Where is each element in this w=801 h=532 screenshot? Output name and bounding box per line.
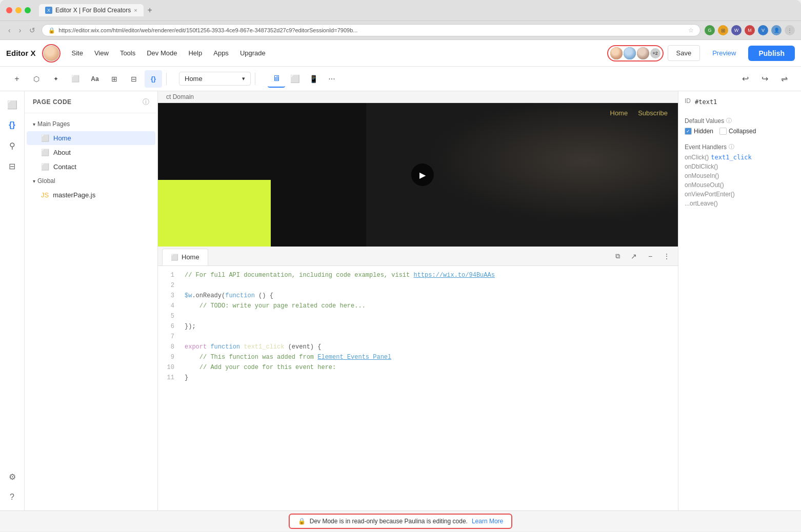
canvas-top-bar: ct Domain [158, 91, 678, 103]
file-tree-title: PAGE CODE [33, 98, 72, 106]
js-icon-masterpage: JS [41, 191, 49, 199]
file-label-contact: Contact [53, 163, 76, 171]
save-button[interactable]: Save [668, 45, 700, 61]
undo-button[interactable]: ↩ [736, 70, 754, 88]
sidebar-pages-button[interactable]: ⬜ [3, 95, 22, 114]
menu-tools[interactable]: Tools [115, 46, 141, 60]
menu-site[interactable]: Site [67, 46, 88, 60]
file-item-masterpage[interactable]: JS masterPage.js [27, 188, 155, 202]
file-item-about[interactable]: ⬜ About [27, 146, 155, 159]
code-text[interactable]: // For full API documentation, including… [178, 270, 678, 506]
minimize-button[interactable] [15, 7, 22, 13]
layers-icon: ⬡ [33, 75, 39, 83]
collaborators-group[interactable]: +2 [607, 45, 664, 62]
more-view-options-button[interactable]: ··· [323, 70, 341, 88]
code-link-2[interactable]: Element Events Panel [317, 354, 391, 361]
maximize-button[interactable] [25, 7, 31, 13]
user-avatar-highlight[interactable] [42, 44, 61, 63]
code-tab-expand-btn[interactable]: ⧉ [610, 249, 625, 263]
line-num-1: 1 [162, 270, 174, 280]
right-panel: ID #text1 Default Values ⓘ ✓ Hidden Coll… [678, 91, 801, 510]
menu-upgrade[interactable]: Upgrade [235, 46, 271, 60]
code-link-1[interactable]: https://wix.to/94BuAAs [413, 272, 494, 279]
tab-close-btn[interactable]: × [134, 7, 137, 13]
undo-icon: ↩ [742, 74, 749, 84]
add-element-button[interactable]: + [8, 70, 26, 88]
menu-devmode[interactable]: Dev Mode [142, 46, 182, 60]
menu-apps[interactable]: Apps [208, 46, 234, 60]
sidebar-help-button[interactable]: ? [3, 488, 22, 506]
mobile-view-button[interactable]: 📱 [305, 70, 322, 88]
user-profile-btn[interactable]: 👤 [771, 25, 782, 35]
handler-onmousein-name: onMouseIn() [685, 172, 719, 179]
forward-button[interactable]: › [17, 25, 24, 35]
connect-button[interactable]: ✦ [47, 70, 65, 88]
line-num-8: 8 [162, 342, 174, 352]
menu-bar: Editor X Site View Tools Dev Mode Help A… [0, 40, 801, 67]
sidebar-data-button[interactable]: ⊟ [3, 157, 22, 175]
handler-onviewportleave-name: ...ortLeave() [685, 200, 718, 207]
handler-onviewportenter-name: onViewPortEnter() [685, 191, 735, 198]
rp-info-icon-2[interactable]: ⓘ [729, 143, 734, 151]
sidebar-search-button[interactable]: ⚲ [3, 136, 22, 155]
code-tab-minimize-btn[interactable]: − [643, 249, 657, 263]
line-num-3: 3 [162, 291, 174, 301]
collapsed-checkbox[interactable]: Collapsed [719, 128, 756, 135]
code-tab-home[interactable]: ⬜ Home [162, 249, 208, 265]
ext-btn-5[interactable]: V [758, 25, 768, 35]
settings-icon: ⇌ [781, 74, 788, 84]
file-item-contact[interactable]: ⬜ Contact [27, 160, 155, 174]
pages-button[interactable]: ⬜ [67, 70, 84, 88]
rp-info-icon-1[interactable]: ⓘ [726, 117, 732, 125]
canvas-play-button[interactable]: ▶ [411, 163, 434, 186]
desktop-view-button[interactable]: 🖥 [268, 70, 285, 88]
settings-button[interactable]: ⇌ [775, 70, 793, 88]
section-arrow-main: ▾ [33, 121, 35, 127]
ext-btn-4[interactable]: M [745, 25, 755, 35]
rp-id-label: ID [685, 97, 691, 105]
file-item-home[interactable]: ⬜ Home [27, 131, 155, 145]
tablet-icon: ⬜ [290, 74, 300, 84]
ext-btn-1[interactable]: G [705, 25, 715, 35]
browser-menu-btn[interactable]: ⋮ [785, 25, 795, 35]
ext-btn-3[interactable]: W [731, 25, 742, 35]
play-icon: ▶ [419, 170, 426, 180]
page-selector[interactable]: Home ▾ [179, 72, 251, 86]
tablet-view-button[interactable]: ⬜ [286, 70, 304, 88]
sidebar-code-button[interactable]: {} [3, 116, 22, 134]
sidebar-tools-button[interactable]: ⚙ [3, 467, 22, 486]
refresh-button[interactable]: ↺ [27, 25, 37, 35]
back-button[interactable]: ‹ [6, 25, 13, 35]
code-tab-fullscreen-btn[interactable]: ↗ [627, 249, 641, 263]
url-bar[interactable]: 🔒 https://editor.wix.com/html/editor/web… [42, 24, 700, 36]
preview-button[interactable]: Preview [704, 46, 744, 60]
status-learn-more-link[interactable]: Learn More [472, 518, 503, 525]
global-section[interactable]: ▾ Global [25, 174, 157, 188]
lock-icon: 🔒 [48, 27, 55, 34]
layers-button[interactable]: ⬡ [28, 70, 45, 88]
handler-onclick-value[interactable]: text1_click [711, 154, 751, 161]
canvas-nav-home[interactable]: Home [610, 109, 628, 117]
active-tab[interactable]: X Editor X | For Bold Creators × [39, 4, 144, 16]
hidden-checkbox[interactable]: ✓ Hidden [685, 128, 713, 135]
code-button[interactable]: {} [145, 70, 162, 88]
text-button[interactable]: Aa [86, 70, 104, 88]
publish-button[interactable]: Publish [748, 46, 795, 61]
handler-onviewportenter: onViewPortEnter() [685, 191, 795, 198]
table-button[interactable]: ⊟ [125, 70, 143, 88]
bookmark-icon[interactable]: ☆ [688, 27, 694, 34]
redo-button[interactable]: ↪ [756, 70, 773, 88]
main-pages-section[interactable]: ▾ Main Pages [25, 117, 157, 131]
rp-event-handlers-label: Event Handlers ⓘ [685, 143, 795, 151]
menu-help[interactable]: Help [183, 46, 207, 60]
new-tab-button[interactable]: + [148, 6, 152, 15]
desktop-icon: 🖥 [272, 74, 281, 83]
canvas-nav-subscribe[interactable]: Subscribe [638, 109, 668, 117]
close-button[interactable] [6, 7, 12, 13]
grid-button[interactable]: ⊞ [106, 70, 123, 88]
code-tab-menu-btn[interactable]: ⋮ [659, 249, 674, 263]
ext-btn-2[interactable]: ⊞ [718, 25, 728, 35]
code-line-10: // Add your code for this event here: [185, 362, 672, 373]
menu-view[interactable]: View [89, 46, 114, 60]
file-tree-info-icon[interactable]: ⓘ [143, 97, 149, 107]
